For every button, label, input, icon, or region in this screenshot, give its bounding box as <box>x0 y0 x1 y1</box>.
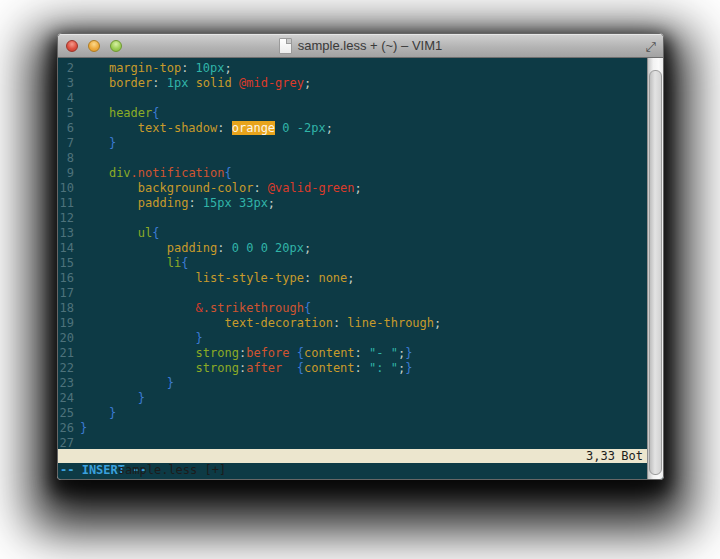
code-line[interactable]: 27 <box>58 436 647 449</box>
code-line[interactable]: 20 } <box>58 331 647 346</box>
line-number: 18 <box>58 301 80 316</box>
line-text <box>80 286 647 301</box>
code-line[interactable]: 16 list-style-type: none; <box>58 271 647 286</box>
traffic-lights <box>66 34 122 57</box>
line-number: 2 <box>58 61 80 76</box>
code-line[interactable]: 12 <box>58 211 647 226</box>
line-number: 6 <box>58 121 80 136</box>
title-group: sample.less + (~) – VIM1 <box>279 38 443 54</box>
line-number: 25 <box>58 406 80 421</box>
code-lines: 2 margin-top: 10px;3 border: 1px solid @… <box>58 61 647 449</box>
code-line[interactable]: 9 div.notification{ <box>58 166 647 181</box>
line-text: background-color: @valid-green; <box>80 181 647 196</box>
line-number: 19 <box>58 316 80 331</box>
line-number: 3 <box>58 76 80 91</box>
line-text: li{ <box>80 256 647 271</box>
line-text: strong:after {content: ": ";} <box>80 361 647 376</box>
code-line[interactable]: 14 padding: 0 0 0 20px; <box>58 241 647 256</box>
line-number: 15 <box>58 256 80 271</box>
code-line[interactable]: 25 } <box>58 406 647 421</box>
code-area[interactable]: 2 margin-top: 10px;3 border: 1px solid @… <box>58 58 647 449</box>
line-text: } <box>80 421 647 436</box>
line-number: 16 <box>58 271 80 286</box>
line-number: 22 <box>58 361 80 376</box>
line-text <box>80 91 647 106</box>
line-number: 17 <box>58 286 80 301</box>
line-number: 27 <box>58 436 80 449</box>
line-number: 4 <box>58 91 80 106</box>
code-line[interactable]: 7 } <box>58 136 647 151</box>
code-line[interactable]: 22 strong:after {content: ": ";} <box>58 361 647 376</box>
code-line[interactable]: 18 &.strikethrough{ <box>58 301 647 316</box>
code-line[interactable]: 10 background-color: @valid-green; <box>58 181 647 196</box>
line-number: 23 <box>58 376 80 391</box>
line-text: padding: 15px 33px; <box>80 196 647 211</box>
titlebar[interactable]: sample.less + (~) – VIM1 ⤢ <box>58 34 663 58</box>
code-line[interactable]: 13 ul{ <box>58 226 647 241</box>
line-text: } <box>80 406 647 421</box>
code-line[interactable]: 19 text-decoration: line-through; <box>58 316 647 331</box>
line-number: 9 <box>58 166 80 181</box>
line-text <box>80 211 647 226</box>
line-text: margin-top: 10px; <box>80 61 647 76</box>
line-number: 12 <box>58 211 80 226</box>
line-number: 7 <box>58 136 80 151</box>
line-text: header{ <box>80 106 647 121</box>
line-text: } <box>80 376 647 391</box>
line-text: &.strikethrough{ <box>80 301 647 316</box>
status-file: sample.less [+] <box>118 463 226 477</box>
fullscreen-icon[interactable]: ⤢ <box>646 39 656 52</box>
code-line[interactable]: 11 padding: 15px 33px; <box>58 196 647 211</box>
line-text: text-decoration: line-through; <box>80 316 647 331</box>
line-number: 20 <box>58 331 80 346</box>
line-number: 14 <box>58 241 80 256</box>
line-text: ul{ <box>80 226 647 241</box>
vim-window: sample.less + (~) – VIM1 ⤢ 2 margin-top:… <box>57 33 664 480</box>
line-number: 5 <box>58 106 80 121</box>
status-ruler: 3,33 <box>586 449 615 463</box>
line-text: padding: 0 0 0 20px; <box>80 241 647 256</box>
scrollbar-thumb[interactable] <box>649 70 662 475</box>
code-line[interactable]: 24 } <box>58 391 647 406</box>
code-line[interactable]: 4 <box>58 91 647 106</box>
status-scroll-position: Bot <box>621 449 643 463</box>
line-number: 26 <box>58 421 80 436</box>
line-text: } <box>80 331 647 346</box>
code-line[interactable]: 5 header{ <box>58 106 647 121</box>
code-line[interactable]: 3 border: 1px solid @mid-grey; <box>58 76 647 91</box>
line-number: 8 <box>58 151 80 166</box>
line-number: 11 <box>58 196 80 211</box>
line-number: 21 <box>58 346 80 361</box>
code-line[interactable]: 6 text-shadow: orange 0 -2px; <box>58 121 647 136</box>
document-icon <box>279 38 292 54</box>
line-text: } <box>80 136 647 151</box>
line-text <box>80 436 647 449</box>
code-line[interactable]: 26} <box>58 421 647 436</box>
window-title: sample.less + (~) – VIM1 <box>298 38 443 53</box>
scrollbar[interactable] <box>647 58 663 479</box>
code-line[interactable]: 8 <box>58 151 647 166</box>
line-text: text-shadow: orange 0 -2px; <box>80 121 647 136</box>
code-line[interactable]: 21 strong:before {content: "- ";} <box>58 346 647 361</box>
line-text: strong:before {content: "- ";} <box>80 346 647 361</box>
minimize-button[interactable] <box>88 40 100 52</box>
line-text: border: 1px solid @mid-grey; <box>80 76 647 91</box>
line-text: } <box>80 391 647 406</box>
code-line[interactable]: 2 margin-top: 10px; <box>58 61 647 76</box>
close-button[interactable] <box>66 40 78 52</box>
window-content: 2 margin-top: 10px;3 border: 1px solid @… <box>58 58 663 479</box>
zoom-button[interactable] <box>110 40 122 52</box>
line-number: 24 <box>58 391 80 406</box>
code-line[interactable]: 17 <box>58 286 647 301</box>
code-line[interactable]: 23 } <box>58 376 647 391</box>
line-number: 10 <box>58 181 80 196</box>
editor-column: 2 margin-top: 10px;3 border: 1px solid @… <box>58 58 647 479</box>
status-bar: sample.less [+] 3,33 Bot <box>58 449 647 463</box>
line-number: 13 <box>58 226 80 241</box>
line-text <box>80 151 647 166</box>
line-text: div.notification{ <box>80 166 647 181</box>
line-text: list-style-type: none; <box>80 271 647 286</box>
code-line[interactable]: 15 li{ <box>58 256 647 271</box>
